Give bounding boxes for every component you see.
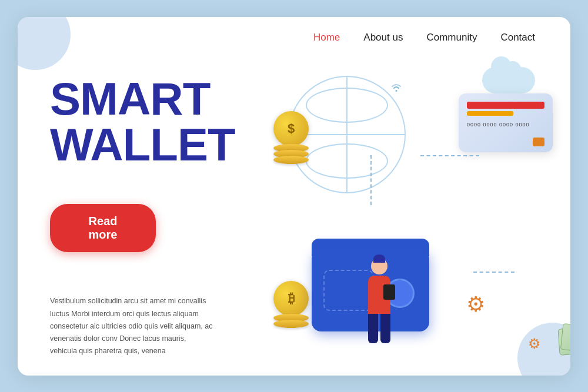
person-head bbox=[371, 258, 387, 274]
dollar-coin-stack: $ bbox=[273, 111, 309, 162]
person-tablet bbox=[383, 284, 395, 300]
person-legs bbox=[368, 314, 390, 343]
left-section: SMART WALLET Read more Vestibulum sollic… bbox=[18, 58, 241, 376]
card-stripe-orange bbox=[467, 111, 513, 116]
gear-large-icon: ⚙ bbox=[466, 292, 485, 317]
dashed-line-horizontal-card bbox=[420, 155, 479, 156]
bill-3 bbox=[560, 323, 570, 354]
cta-area: Read more bbox=[50, 192, 241, 252]
person-hair bbox=[373, 254, 385, 263]
card-chip bbox=[533, 138, 544, 146]
globe-ellipse1 bbox=[306, 88, 388, 123]
page-card: Home About us Community Contact SMART WA… bbox=[18, 17, 570, 376]
dashed-line-horizontal-gear bbox=[473, 272, 514, 273]
dashed-line-vertical-top bbox=[370, 155, 372, 205]
hero-body-text: Vestibulum sollicitudin arcu sit amet mi… bbox=[50, 295, 215, 357]
card-number: 0000 0000 0000 0000 bbox=[467, 122, 544, 128]
title-line1: SMART bbox=[50, 76, 241, 122]
wifi-icon bbox=[390, 82, 403, 95]
illustration-area: 0000 0000 0000 0000 $ bbox=[241, 58, 570, 376]
credit-card: 0000 0000 0000 0000 bbox=[459, 93, 553, 152]
nav-home[interactable]: Home bbox=[313, 32, 340, 43]
dollar-coin-top: $ bbox=[273, 111, 309, 146]
coin-layer-3 bbox=[273, 156, 309, 164]
person-figure bbox=[359, 258, 400, 343]
person-leg-right bbox=[380, 314, 390, 343]
person-leg-left bbox=[368, 314, 378, 343]
nav-contact[interactable]: Contact bbox=[500, 32, 535, 43]
person-body bbox=[368, 276, 390, 314]
cloud-illustration bbox=[482, 67, 535, 93]
bitcoin-coin-layer-2 bbox=[273, 320, 309, 328]
title-line2: WALLET bbox=[50, 122, 241, 167]
bitcoin-coin-stack: ₿ bbox=[273, 281, 309, 326]
nav-about[interactable]: About us bbox=[363, 32, 403, 43]
main-content: SMART WALLET Read more Vestibulum sollic… bbox=[18, 58, 570, 376]
globe-ellipse2 bbox=[306, 143, 388, 179]
bitcoin-coin-top: ₿ bbox=[273, 281, 309, 316]
read-more-button[interactable]: Read more bbox=[50, 204, 156, 252]
gear-small-icon: ⚙ bbox=[528, 336, 541, 352]
cloud-shape bbox=[482, 67, 535, 93]
card-stripe-red bbox=[467, 102, 544, 109]
navbar: Home About us Community Contact bbox=[18, 17, 570, 58]
nav-community[interactable]: Community bbox=[426, 32, 477, 43]
hero-title: SMART WALLET bbox=[50, 76, 241, 167]
